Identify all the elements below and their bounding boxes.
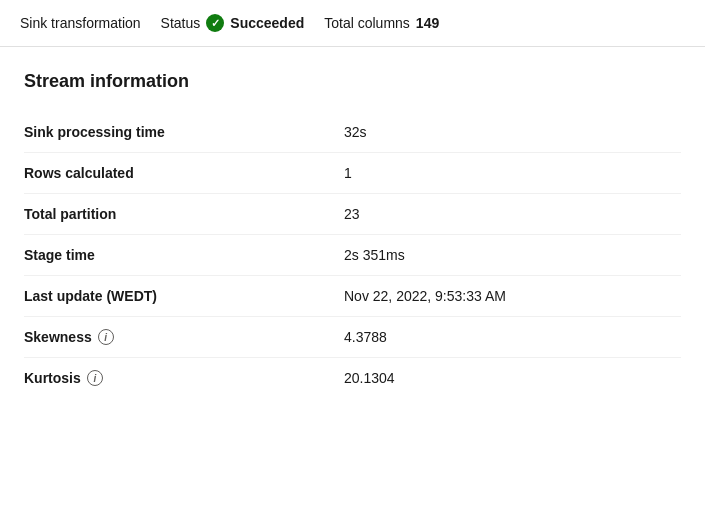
status-group: Status Succeeded [161, 14, 305, 32]
table-row: Skewnessi4.3788 [24, 317, 681, 358]
row-key: Skewnessi [24, 329, 344, 345]
row-value: 2s 351ms [344, 247, 681, 263]
row-key: Sink processing time [24, 124, 344, 140]
header-bar: Sink transformation Status Succeeded Tot… [0, 0, 705, 47]
row-value: 23 [344, 206, 681, 222]
row-key: Rows calculated [24, 165, 344, 181]
main-content: Stream information Sink processing time3… [0, 47, 705, 422]
row-value: 1 [344, 165, 681, 181]
table-row: Kurtosisi20.1304 [24, 358, 681, 398]
section-title: Stream information [24, 71, 681, 92]
info-table: Sink processing time32sRows calculated1T… [24, 112, 681, 398]
status-value: Succeeded [230, 15, 304, 31]
total-columns-value: 149 [416, 15, 439, 31]
sink-transformation-label: Sink transformation [20, 15, 141, 31]
status-success-icon [206, 14, 224, 32]
table-row: Stage time2s 351ms [24, 235, 681, 276]
row-value: 32s [344, 124, 681, 140]
table-row: Sink processing time32s [24, 112, 681, 153]
table-row: Last update (WEDT)Nov 22, 2022, 9:53:33 … [24, 276, 681, 317]
table-row: Total partition23 [24, 194, 681, 235]
row-key: Stage time [24, 247, 344, 263]
row-value: 20.1304 [344, 370, 681, 386]
row-key: Last update (WEDT) [24, 288, 344, 304]
info-icon[interactable]: i [87, 370, 103, 386]
row-key: Total partition [24, 206, 344, 222]
total-columns-group: Total columns 149 [324, 15, 439, 31]
row-value: Nov 22, 2022, 9:53:33 AM [344, 288, 681, 304]
row-value: 4.3788 [344, 329, 681, 345]
row-key: Kurtosisi [24, 370, 344, 386]
table-row: Rows calculated1 [24, 153, 681, 194]
info-icon[interactable]: i [98, 329, 114, 345]
